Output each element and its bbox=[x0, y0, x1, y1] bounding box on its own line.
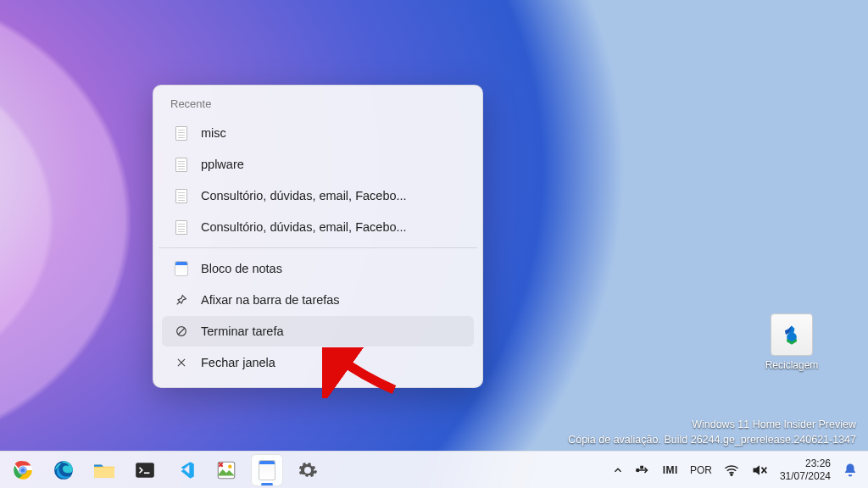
taskbar-app-file-explorer[interactable] bbox=[88, 454, 120, 486]
tray-brand-label[interactable]: IMI bbox=[663, 464, 678, 476]
recent-item-label: pplware bbox=[201, 158, 462, 171]
taskbar-apps bbox=[0, 454, 324, 486]
tray-time: 23:26 bbox=[780, 458, 831, 469]
tray-chevron-up-icon[interactable] bbox=[612, 464, 624, 476]
svg-line-2 bbox=[178, 328, 185, 335]
svg-rect-16 bbox=[641, 466, 643, 468]
svg-point-14 bbox=[228, 464, 231, 468]
taskbar-app-edge[interactable] bbox=[47, 454, 80, 486]
taskbar-jumplist: Recente misc pplware Consultório, dúvida… bbox=[153, 85, 483, 388]
recycle-bin-label: Reciclagem bbox=[758, 359, 826, 371]
svg-rect-10 bbox=[94, 467, 114, 477]
svg-point-17 bbox=[731, 474, 732, 475]
taskbar-system-tray: IMI POR 23:26 31/07/2024 bbox=[612, 458, 868, 482]
tray-usb-icon[interactable] bbox=[636, 464, 651, 476]
notepad-icon bbox=[259, 460, 275, 480]
tray-date: 31/07/2024 bbox=[780, 470, 831, 482]
svg-rect-11 bbox=[136, 463, 154, 477]
recent-item-label: misc bbox=[201, 126, 462, 140]
taskbar-app-vscode[interactable] bbox=[170, 454, 202, 486]
recent-item-label: Consultório, dúvidas, email, Facebo... bbox=[201, 189, 462, 202]
taskbar-app-terminal[interactable] bbox=[129, 454, 161, 486]
close-label: Fechar janela bbox=[201, 356, 462, 369]
jumplist-pin-item[interactable]: Afixar na barra de tarefas bbox=[162, 285, 474, 315]
notepad-icon bbox=[174, 261, 189, 276]
jumplist-end-task-item[interactable]: Terminar tarefa bbox=[162, 316, 474, 347]
jumplist-recent-item[interactable]: Consultório, dúvidas, email, Facebo... bbox=[162, 180, 474, 211]
recycle-bin-icon bbox=[771, 313, 813, 356]
taskbar-app-chrome[interactable] bbox=[7, 454, 39, 486]
jumplist-recent-item[interactable]: Consultório, dúvidas, email, Facebo... bbox=[162, 212, 474, 242]
taskbar-app-notepad[interactable] bbox=[251, 454, 283, 486]
tray-notifications-icon[interactable] bbox=[843, 463, 858, 478]
pin-label: Afixar na barra de tarefas bbox=[201, 293, 462, 307]
prohibit-icon bbox=[174, 324, 189, 339]
end-task-label: Terminar tarefa bbox=[201, 324, 462, 338]
svg-point-8 bbox=[20, 468, 25, 473]
watermark-line2: Cópia de avaliação. Build 26244.ge_prere… bbox=[568, 433, 856, 448]
desktop-watermark: Windows 11 Home Insider Preview Cópia de… bbox=[568, 418, 856, 447]
document-icon bbox=[174, 125, 189, 141]
tray-wifi-icon[interactable] bbox=[724, 464, 739, 476]
document-icon bbox=[174, 157, 189, 172]
tray-volume-muted-icon[interactable] bbox=[751, 463, 768, 477]
pin-icon bbox=[174, 292, 189, 308]
jumplist-recent-item[interactable]: pplware bbox=[162, 149, 474, 180]
svg-point-15 bbox=[637, 469, 639, 471]
svg-line-0 bbox=[177, 302, 180, 304]
tray-clock[interactable]: 23:26 31/07/2024 bbox=[780, 458, 831, 482]
taskbar: IMI POR 23:26 31/07/2024 bbox=[0, 451, 868, 488]
jumplist-recent-item[interactable]: misc bbox=[162, 118, 474, 148]
jumplist-app-launch[interactable]: Bloco de notas bbox=[162, 253, 474, 284]
app-name-label: Bloco de notas bbox=[201, 262, 462, 275]
document-icon bbox=[174, 219, 189, 235]
jumplist-section-title: Recente bbox=[159, 94, 477, 117]
desktop-icon-recycle-bin[interactable]: Reciclagem bbox=[758, 313, 826, 371]
taskbar-app-imaging[interactable] bbox=[210, 454, 242, 486]
tray-language[interactable]: POR bbox=[690, 464, 712, 476]
menu-divider bbox=[159, 247, 477, 248]
jumplist-close-item[interactable]: Fechar janela bbox=[162, 347, 474, 378]
watermark-line1: Windows 11 Home Insider Preview bbox=[568, 418, 856, 433]
close-icon bbox=[174, 355, 189, 370]
document-icon bbox=[174, 188, 189, 203]
taskbar-app-settings[interactable] bbox=[292, 454, 324, 486]
recent-item-label: Consultório, dúvidas, email, Facebo... bbox=[201, 220, 462, 234]
